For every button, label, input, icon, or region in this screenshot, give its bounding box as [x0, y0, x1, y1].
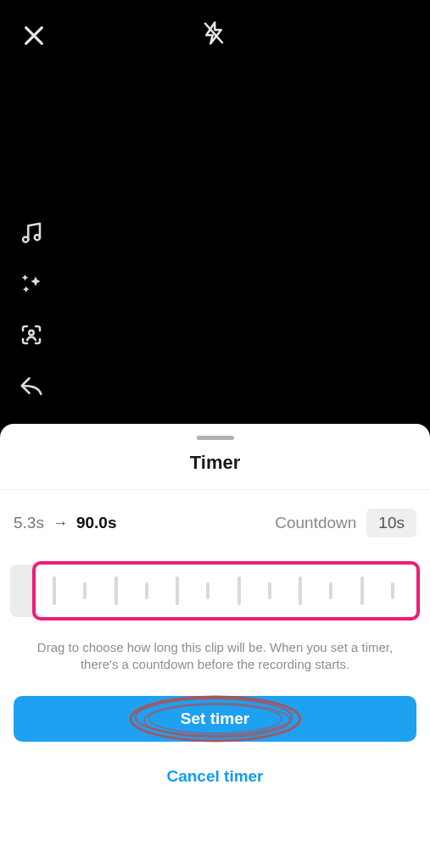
- music-tool[interactable]: [17, 219, 46, 248]
- duration-slider[interactable]: [10, 561, 420, 620]
- effects-tool[interactable]: [17, 270, 46, 298]
- flash-off-icon: [201, 20, 226, 46]
- cancel-timer-button[interactable]: Cancel timer: [0, 762, 430, 808]
- countdown-selector[interactable]: 10s: [366, 509, 416, 537]
- svg-point-5: [35, 235, 40, 240]
- sheet-drag-handle[interactable]: [197, 436, 234, 440]
- face-filter-tool[interactable]: [17, 320, 46, 349]
- clip-start-time: 5.3s: [14, 514, 44, 532]
- helper-text: Drag to choose how long this clip will b…: [0, 620, 430, 674]
- clip-end-time: 90.0s: [76, 514, 117, 532]
- close-button[interactable]: [20, 22, 47, 49]
- slider-ticks: [53, 561, 394, 620]
- slider-handle[interactable]: [406, 577, 411, 604]
- svg-point-6: [29, 331, 34, 336]
- top-bar: [0, 15, 430, 56]
- arrow-icon: →: [53, 515, 68, 532]
- clip-range: 5.3s → 90.0s: [14, 514, 116, 532]
- flash-toggle[interactable]: [201, 20, 230, 49]
- close-icon: [20, 22, 47, 49]
- countdown-label: Countdown: [275, 514, 356, 532]
- svg-point-4: [23, 236, 28, 242]
- time-row: 5.3s → 90.0s Countdown 10s: [0, 490, 430, 546]
- music-icon: [19, 220, 44, 246]
- set-timer-button[interactable]: Set timer: [14, 696, 416, 742]
- countdown-group: Countdown 10s: [275, 509, 416, 537]
- face-filter-icon: [19, 322, 44, 348]
- timer-sheet: Timer 5.3s → 90.0s Countdown 10s Drag to…: [0, 424, 430, 868]
- reply-icon: [19, 373, 44, 398]
- reply-tool[interactable]: [17, 371, 46, 400]
- sparkle-icon: [19, 271, 44, 297]
- side-toolbar: [17, 219, 46, 400]
- sheet-title: Timer: [0, 452, 430, 489]
- set-timer-label: Set timer: [181, 709, 249, 727]
